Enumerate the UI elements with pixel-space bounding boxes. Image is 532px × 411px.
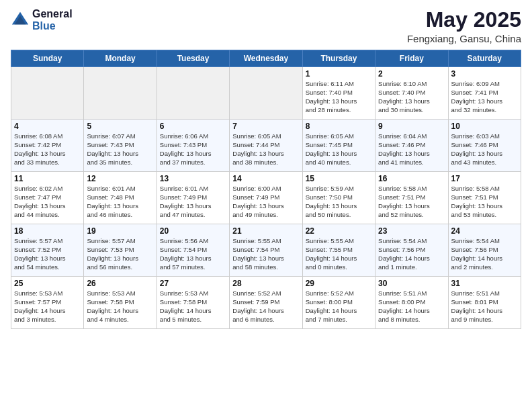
logo-icon [11, 11, 30, 30]
table-cell [11, 67, 84, 120]
col-monday: Monday [84, 50, 157, 67]
table-cell: 20Sunrise: 5:56 AM Sunset: 7:54 PM Dayli… [157, 224, 229, 277]
day-number: 12 [87, 174, 153, 183]
col-saturday: Saturday [448, 50, 521, 67]
day-info: Sunrise: 5:53 AM Sunset: 7:58 PM Dayligh… [160, 289, 226, 324]
day-number: 19 [87, 226, 153, 236]
table-cell: 6Sunrise: 6:06 AM Sunset: 7:43 PM Daylig… [157, 120, 229, 172]
day-info: Sunrise: 5:58 AM Sunset: 7:51 PM Dayligh… [378, 185, 445, 219]
table-cell: 11Sunrise: 6:02 AM Sunset: 7:47 PM Dayli… [11, 172, 84, 224]
day-number: 1 [306, 69, 372, 79]
day-info: Sunrise: 5:53 AM Sunset: 7:57 PM Dayligh… [14, 289, 81, 324]
day-number: 14 [232, 174, 299, 183]
table-cell: 30Sunrise: 5:51 AM Sunset: 8:00 PM Dayli… [375, 277, 448, 329]
table-cell: 21Sunrise: 5:55 AM Sunset: 7:54 PM Dayli… [230, 224, 302, 277]
day-number: 9 [378, 122, 445, 131]
day-info: Sunrise: 5:55 AM Sunset: 7:55 PM Dayligh… [306, 237, 372, 271]
calendar-table: Sunday Monday Tuesday Wednesday Thursday… [11, 50, 521, 329]
week-row-1: 1Sunrise: 6:11 AM Sunset: 7:40 PM Daylig… [11, 67, 521, 120]
table-cell: 7Sunrise: 6:05 AM Sunset: 7:44 PM Daylig… [230, 120, 302, 172]
day-number: 27 [160, 279, 226, 288]
logo-general-text: General [32, 8, 73, 20]
table-cell: 4Sunrise: 6:08 AM Sunset: 7:42 PM Daylig… [11, 120, 84, 172]
col-wednesday: Wednesday [230, 50, 302, 67]
day-number: 25 [14, 279, 81, 288]
table-cell: 28Sunrise: 5:52 AM Sunset: 7:59 PM Dayli… [230, 277, 302, 329]
table-cell: 27Sunrise: 5:53 AM Sunset: 7:58 PM Dayli… [157, 277, 229, 329]
table-cell: 25Sunrise: 5:53 AM Sunset: 7:57 PM Dayli… [11, 277, 84, 329]
table-cell: 2Sunrise: 6:10 AM Sunset: 7:40 PM Daylig… [375, 67, 448, 120]
table-cell: 12Sunrise: 6:01 AM Sunset: 7:48 PM Dayli… [84, 172, 157, 224]
day-info: Sunrise: 6:02 AM Sunset: 7:47 PM Dayligh… [14, 185, 81, 219]
table-cell [157, 67, 229, 120]
day-info: Sunrise: 6:05 AM Sunset: 7:45 PM Dayligh… [306, 132, 372, 167]
day-number: 18 [14, 226, 81, 236]
table-cell: 19Sunrise: 5:57 AM Sunset: 7:53 PM Dayli… [84, 224, 157, 277]
day-number: 2 [378, 69, 445, 79]
table-cell: 18Sunrise: 5:57 AM Sunset: 7:52 PM Dayli… [11, 224, 84, 277]
col-sunday: Sunday [11, 50, 84, 67]
day-number: 29 [306, 279, 372, 288]
day-info: Sunrise: 6:09 AM Sunset: 7:41 PM Dayligh… [451, 80, 518, 114]
logo: General Blue [11, 8, 73, 32]
day-info: Sunrise: 6:03 AM Sunset: 7:46 PM Dayligh… [451, 132, 518, 167]
table-cell: 16Sunrise: 5:58 AM Sunset: 7:51 PM Dayli… [375, 172, 448, 224]
day-number: 10 [451, 122, 518, 131]
day-info: Sunrise: 5:54 AM Sunset: 7:56 PM Dayligh… [378, 237, 445, 271]
table-cell: 29Sunrise: 5:52 AM Sunset: 8:00 PM Dayli… [302, 277, 375, 329]
day-info: Sunrise: 6:11 AM Sunset: 7:40 PM Dayligh… [306, 80, 372, 114]
day-number: 31 [451, 279, 518, 288]
table-cell [230, 67, 302, 120]
day-number: 4 [14, 122, 81, 131]
day-info: Sunrise: 5:55 AM Sunset: 7:54 PM Dayligh… [232, 237, 299, 271]
day-info: Sunrise: 6:01 AM Sunset: 7:48 PM Dayligh… [87, 185, 153, 219]
table-cell: 14Sunrise: 6:00 AM Sunset: 7:49 PM Dayli… [230, 172, 302, 224]
day-number: 16 [378, 174, 445, 183]
table-cell: 22Sunrise: 5:55 AM Sunset: 7:55 PM Dayli… [302, 224, 375, 277]
day-info: Sunrise: 5:51 AM Sunset: 8:00 PM Dayligh… [378, 289, 445, 324]
day-number: 23 [378, 226, 445, 236]
day-info: Sunrise: 5:57 AM Sunset: 7:52 PM Dayligh… [14, 237, 81, 271]
location-title: Fengxiang, Gansu, China [407, 33, 521, 44]
day-info: Sunrise: 5:54 AM Sunset: 7:56 PM Dayligh… [451, 237, 518, 271]
table-cell: 10Sunrise: 6:03 AM Sunset: 7:46 PM Dayli… [448, 120, 521, 172]
day-info: Sunrise: 5:59 AM Sunset: 7:50 PM Dayligh… [306, 185, 372, 219]
table-cell: 17Sunrise: 5:58 AM Sunset: 7:51 PM Dayli… [448, 172, 521, 224]
table-cell: 8Sunrise: 6:05 AM Sunset: 7:45 PM Daylig… [302, 120, 375, 172]
col-tuesday: Tuesday [157, 50, 229, 67]
day-number: 8 [306, 122, 372, 131]
table-cell: 13Sunrise: 6:01 AM Sunset: 7:49 PM Dayli… [157, 172, 229, 224]
day-number: 22 [306, 226, 372, 236]
table-cell: 15Sunrise: 5:59 AM Sunset: 7:50 PM Dayli… [302, 172, 375, 224]
day-number: 26 [87, 279, 153, 288]
day-info: Sunrise: 6:08 AM Sunset: 7:42 PM Dayligh… [14, 132, 81, 167]
day-info: Sunrise: 6:07 AM Sunset: 7:43 PM Dayligh… [87, 132, 153, 167]
day-number: 13 [160, 174, 226, 183]
table-cell: 9Sunrise: 6:04 AM Sunset: 7:46 PM Daylig… [375, 120, 448, 172]
table-cell: 26Sunrise: 5:53 AM Sunset: 7:58 PM Dayli… [84, 277, 157, 329]
day-number: 11 [14, 174, 81, 183]
day-info: Sunrise: 5:56 AM Sunset: 7:54 PM Dayligh… [160, 237, 226, 271]
month-title: May 2025 [407, 8, 521, 32]
week-row-4: 18Sunrise: 5:57 AM Sunset: 7:52 PM Dayli… [11, 224, 521, 277]
day-number: 5 [87, 122, 153, 131]
day-number: 7 [232, 122, 299, 131]
day-info: Sunrise: 5:51 AM Sunset: 8:01 PM Dayligh… [451, 289, 518, 324]
day-info: Sunrise: 5:58 AM Sunset: 7:51 PM Dayligh… [451, 185, 518, 219]
table-cell: 3Sunrise: 6:09 AM Sunset: 7:41 PM Daylig… [448, 67, 521, 120]
page-header: General Blue May 2025 Fengxiang, Gansu, … [11, 8, 521, 44]
day-number: 15 [306, 174, 372, 183]
week-row-5: 25Sunrise: 5:53 AM Sunset: 7:57 PM Dayli… [11, 277, 521, 329]
table-cell: 24Sunrise: 5:54 AM Sunset: 7:56 PM Dayli… [448, 224, 521, 277]
day-number: 3 [451, 69, 518, 79]
table-cell: 1Sunrise: 6:11 AM Sunset: 7:40 PM Daylig… [302, 67, 375, 120]
logo-blue-text: Blue [32, 20, 73, 32]
day-info: Sunrise: 6:00 AM Sunset: 7:49 PM Dayligh… [232, 185, 299, 219]
title-block: May 2025 Fengxiang, Gansu, China [407, 8, 521, 44]
day-number: 20 [160, 226, 226, 236]
day-info: Sunrise: 5:52 AM Sunset: 8:00 PM Dayligh… [306, 289, 372, 324]
day-info: Sunrise: 6:01 AM Sunset: 7:49 PM Dayligh… [160, 185, 226, 219]
day-info: Sunrise: 5:53 AM Sunset: 7:58 PM Dayligh… [87, 289, 153, 324]
day-info: Sunrise: 6:04 AM Sunset: 7:46 PM Dayligh… [378, 132, 445, 167]
day-info: Sunrise: 5:57 AM Sunset: 7:53 PM Dayligh… [87, 237, 153, 271]
